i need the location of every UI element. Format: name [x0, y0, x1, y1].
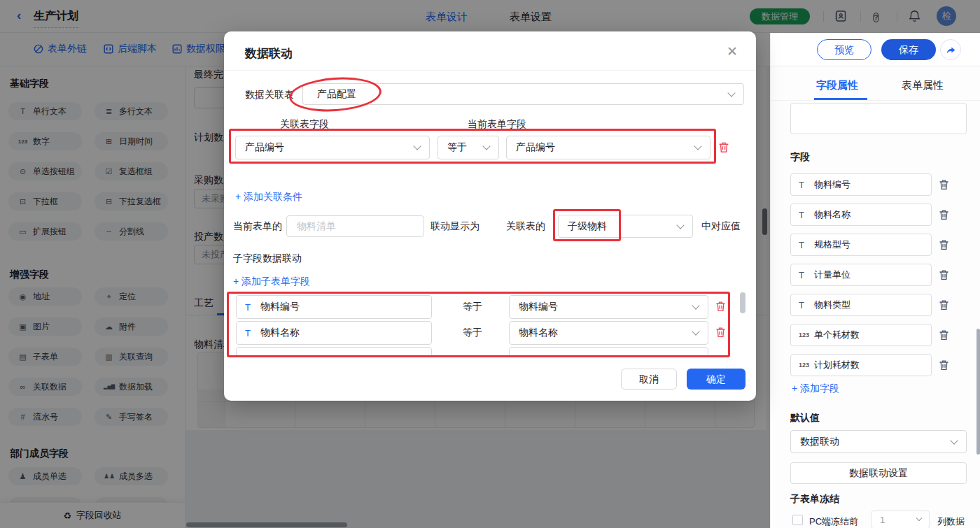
- current-form-label: 当前表单的: [233, 220, 282, 233]
- chevron-down-icon: [694, 142, 701, 150]
- condition-right-select[interactable]: 产品编号: [506, 136, 710, 159]
- subform-field-row[interactable]: T物料名称: [790, 204, 932, 226]
- preview-button[interactable]: 预览: [817, 39, 872, 60]
- close-icon[interactable]: ✕: [724, 43, 741, 59]
- text-field-icon: T: [245, 302, 260, 313]
- current-form-field-input[interactable]: 物料清单: [286, 215, 424, 237]
- chevron-down-icon: [950, 436, 958, 444]
- condition-left-select[interactable]: 产品编号: [235, 136, 430, 159]
- display-as-label: 联动显示为: [430, 220, 479, 233]
- subfield-target-select[interactable]: 物料名称: [509, 321, 708, 345]
- add-condition-link[interactable]: + 添加关联条件: [235, 191, 302, 204]
- data-linkage-modal: 数据联动 ✕ 数据关联表 产品配置 关联表字段 当前表单字段 产品编号 等于 产…: [224, 31, 756, 401]
- delete-field-icon[interactable]: [939, 239, 949, 253]
- delete-field-icon[interactable]: [939, 359, 949, 373]
- relation-table-select[interactable]: 产品配置: [302, 83, 744, 105]
- delete-field-icon[interactable]: [939, 269, 949, 283]
- subform-field-row[interactable]: 123计划耗材数: [790, 354, 932, 376]
- modal-backdrop[interactable]: [0, 0, 980, 33]
- subfield-source-box[interactable]: [236, 347, 432, 356]
- default-value-select[interactable]: 数据联动: [790, 430, 967, 453]
- freeze-count-select[interactable]: 1: [871, 511, 930, 528]
- subfield-linkage-label: 子字段数据联动: [233, 252, 302, 265]
- modal-title: 数据联动: [245, 45, 293, 62]
- default-value-label: 默认值: [790, 412, 820, 424]
- properties-panel: 字段属性 表单属性 字段 T物料编号 T物料名称 T规格型号 T计量单位 T物料…: [770, 66, 980, 528]
- relation-field-select[interactable]: 子级物料: [558, 215, 693, 238]
- condition-operator-select[interactable]: 等于: [438, 136, 499, 159]
- delete-condition-icon[interactable]: [718, 141, 729, 156]
- modal-scrollbar[interactable]: [740, 292, 746, 313]
- share-arrow-icon: [946, 45, 956, 55]
- number-field-icon: 123: [799, 331, 814, 338]
- tab-form-properties[interactable]: 表单属性: [902, 79, 944, 92]
- add-subfield-link[interactable]: + 添加子表单字段: [233, 276, 310, 288]
- fields-section-label: 字段: [790, 151, 810, 164]
- subform-field-row[interactable]: 123单个耗材数: [790, 324, 932, 346]
- action-bar: 预览 保存: [770, 33, 980, 66]
- chevron-down-icon: [916, 515, 922, 521]
- pc-freeze-checkbox[interactable]: [792, 515, 803, 525]
- text-field-icon: T: [799, 270, 814, 280]
- chevron-down-icon: [413, 142, 421, 150]
- subform-freeze-label: 子表单冻结: [790, 493, 839, 506]
- cancel-button[interactable]: 取消: [621, 369, 677, 390]
- subform-field-row[interactable]: T计量单位: [790, 264, 932, 286]
- number-field-icon: 123: [799, 362, 814, 369]
- title-input[interactable]: [790, 103, 967, 134]
- column-header-left: 关联表字段: [280, 118, 329, 131]
- text-field-icon: T: [799, 240, 814, 250]
- text-field-icon: T: [799, 300, 814, 311]
- linkage-settings-button[interactable]: 数据联动设置: [790, 462, 967, 484]
- subfield-operator: 等于: [463, 301, 482, 313]
- subform-field-row[interactable]: T物料类型: [790, 294, 932, 316]
- panel-scrollbar[interactable]: [976, 329, 980, 455]
- relation-of-label: 关联表的: [506, 220, 545, 233]
- chevron-down-icon: [692, 301, 699, 309]
- delete-field-icon[interactable]: [939, 179, 949, 193]
- chevron-down-icon: [482, 142, 490, 150]
- tab-field-properties[interactable]: 字段属性: [816, 79, 858, 92]
- subfield-source-box[interactable]: T 物料编号: [236, 295, 432, 319]
- subfield-target-select[interactable]: 物料编号: [509, 295, 708, 319]
- relation-table-label: 数据关联表: [245, 89, 294, 101]
- tabs-border: [771, 100, 980, 101]
- delete-subfield-icon[interactable]: [715, 327, 726, 341]
- delete-field-icon[interactable]: [939, 299, 949, 313]
- freeze-suffix-label: 列数据: [937, 515, 965, 528]
- chevron-down-icon: [676, 221, 684, 229]
- form-designer-page: ‹ 生产计划 表单设计 表单设置 数据管理 ? 检 表单外链 后端脚本 数据权限: [0, 0, 980, 528]
- text-field-icon: T: [245, 328, 260, 338]
- column-header-right: 当前表单字段: [468, 118, 526, 131]
- delete-field-icon[interactable]: [939, 209, 949, 223]
- subfield-target-select[interactable]: [509, 347, 708, 356]
- share-button[interactable]: [940, 39, 961, 60]
- chevron-down-icon: [727, 89, 735, 97]
- modal-divider: [224, 70, 756, 71]
- delete-field-icon[interactable]: [939, 329, 949, 343]
- subfield-operator: 等于: [463, 327, 482, 339]
- corresponding-value-label: 中对应值: [701, 220, 741, 233]
- add-field-link[interactable]: + 添加字段: [792, 383, 839, 395]
- subform-field-row[interactable]: T规格型号: [790, 234, 932, 256]
- subfield-scroll-area: T 物料编号 等于 物料编号 T 物料名称 等于 物料名称: [227, 290, 748, 356]
- text-field-icon: T: [799, 180, 814, 190]
- subfield-source-box[interactable]: T 物料名称: [236, 321, 432, 345]
- save-button[interactable]: 保存: [881, 39, 936, 60]
- delete-subfield-icon[interactable]: [715, 301, 726, 315]
- text-field-icon: T: [799, 210, 814, 220]
- chevron-down-icon: [692, 327, 699, 335]
- freeze-prefix-label: PC端冻结前: [809, 515, 858, 528]
- subform-field-row[interactable]: T物料编号: [790, 173, 932, 196]
- confirm-button[interactable]: 确定: [687, 369, 746, 390]
